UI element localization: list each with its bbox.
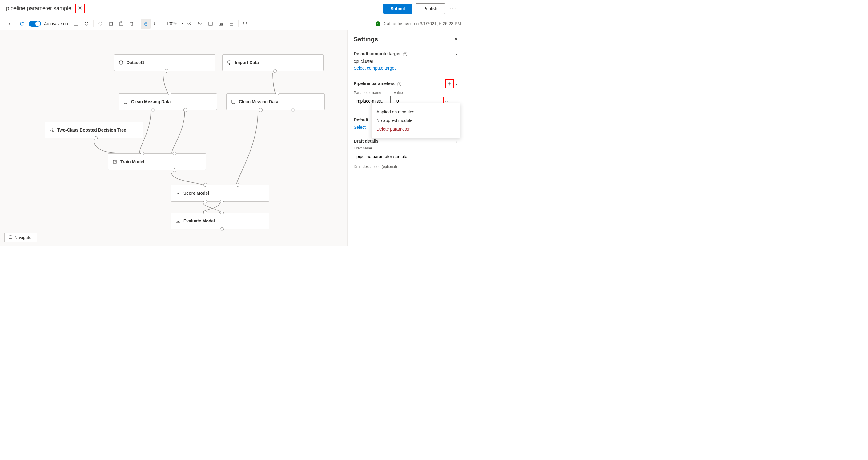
svg-point-17 — [50, 131, 51, 132]
delete-icon[interactable] — [127, 19, 137, 29]
output-port[interactable] — [273, 69, 277, 73]
panel-title: Settings — [354, 36, 378, 43]
svg-point-0 — [80, 7, 81, 9]
node-label: Clean Missing Data — [239, 99, 278, 104]
pipeline-canvas[interactable]: Dataset1 Import Data Clean Missing Data … — [0, 30, 347, 247]
auto-layout-icon[interactable] — [226, 19, 237, 29]
node-evaluate-model[interactable]: Evaluate Model — [171, 212, 269, 229]
output-port[interactable] — [291, 108, 295, 112]
output-port[interactable] — [173, 168, 176, 172]
header-actions: Submit Publish ··· — [383, 3, 458, 14]
input-port[interactable] — [173, 151, 176, 155]
parameters-section: Pipeline parameters ? ⌄ Parameter name — [354, 75, 458, 109]
success-icon — [375, 21, 380, 26]
navigator-label: Navigator — [14, 235, 33, 240]
autosave-toggle[interactable] — [29, 21, 41, 27]
zoom-level[interactable]: 100% — [166, 21, 177, 26]
chevron-down-icon[interactable] — [179, 19, 184, 29]
node-import-data[interactable]: Import Data — [222, 54, 324, 71]
actual-size-icon[interactable]: 1:1 — [216, 19, 226, 29]
import-icon — [227, 60, 232, 65]
chevron-down-icon[interactable]: ⌄ — [455, 52, 458, 56]
search-icon[interactable] — [240, 19, 250, 29]
input-port[interactable] — [204, 183, 207, 187]
compute-header: Default compute target — [354, 51, 400, 56]
database-icon — [119, 60, 123, 65]
compute-value: cpucluster — [354, 59, 458, 64]
autosave-label: Autosave on — [44, 21, 68, 26]
clean-icon — [231, 99, 236, 104]
library-icon[interactable] — [3, 19, 13, 29]
status-text: Draft autosaved on 3/1/2021, 5:26:28 PM — [382, 21, 461, 26]
params-header: Pipeline parameters — [354, 81, 395, 86]
output-port[interactable] — [151, 108, 155, 112]
node-label: Dataset1 — [126, 60, 144, 65]
node-clean-missing-2[interactable]: Clean Missing Data — [226, 93, 325, 110]
node-score-model[interactable]: Score Model — [171, 185, 269, 201]
param-value-label: Value — [394, 91, 440, 95]
input-port[interactable] — [168, 91, 172, 95]
svg-point-11 — [244, 22, 247, 25]
output-port[interactable] — [204, 200, 207, 203]
clean-icon — [123, 99, 128, 104]
autosave-status: Draft autosaved on 3/1/2021, 5:26:28 PM — [375, 21, 461, 26]
svg-rect-8 — [209, 22, 212, 25]
refresh-icon[interactable] — [17, 19, 27, 29]
node-train-model[interactable]: Train Model — [108, 153, 206, 170]
output-port[interactable] — [259, 108, 262, 112]
chevron-down-icon[interactable]: ⌄ — [455, 82, 458, 86]
svg-point-12 — [119, 61, 123, 62]
popup-no-module: No applied module — [376, 116, 455, 125]
svg-text:1:1: 1:1 — [220, 23, 223, 25]
draft-description-input[interactable] — [354, 170, 458, 185]
evaluate-icon — [176, 219, 180, 223]
node-clean-missing-1[interactable]: Clean Missing Data — [119, 93, 217, 110]
zoom-in-icon[interactable] — [185, 19, 194, 29]
output-port[interactable] — [183, 108, 187, 112]
node-decision-tree[interactable]: Two-Class Boosted Decision Tree — [44, 122, 143, 138]
input-port[interactable] — [236, 183, 240, 187]
draft-name-input[interactable] — [354, 151, 458, 162]
publish-button[interactable]: Publish — [415, 3, 445, 14]
more-icon[interactable]: ··· — [448, 5, 458, 12]
save-icon[interactable] — [71, 19, 81, 29]
datastore-header-truncated: Default — [354, 117, 368, 122]
input-port[interactable] — [220, 211, 224, 214]
undo-icon[interactable] — [82, 19, 91, 29]
output-port[interactable] — [94, 137, 98, 140]
main-area: Dataset1 Import Data Clean Missing Data … — [0, 30, 464, 247]
select-compute-link[interactable]: Select compute target — [354, 66, 458, 70]
output-port[interactable] — [220, 200, 224, 203]
pan-icon[interactable] — [141, 19, 151, 29]
separator — [238, 20, 239, 27]
draft-section: Draft details ⌄ Draft name Draft descrip… — [354, 134, 458, 189]
close-icon[interactable]: ✕ — [454, 36, 458, 42]
input-port[interactable] — [204, 211, 207, 214]
draft-desc-label: Draft description (optional) — [354, 165, 458, 169]
submit-button[interactable]: Submit — [383, 4, 412, 13]
select-icon[interactable] — [151, 19, 161, 29]
input-port[interactable] — [141, 151, 144, 155]
add-parameter-button[interactable] — [445, 80, 454, 88]
parameter-popup: Applied on modules: No applied module De… — [371, 103, 461, 138]
redo-icon[interactable] — [95, 19, 105, 29]
output-port[interactable] — [165, 69, 168, 73]
navigator-button[interactable]: Navigator — [4, 233, 37, 242]
fit-screen-icon[interactable] — [206, 19, 215, 29]
separator — [15, 20, 15, 27]
copy-icon[interactable] — [106, 19, 116, 29]
zoom-out-icon[interactable] — [195, 19, 205, 29]
paste-icon[interactable] — [116, 19, 126, 29]
node-dataset1[interactable]: Dataset1 — [114, 54, 215, 71]
gear-icon[interactable] — [77, 5, 83, 12]
tree-icon — [49, 127, 54, 133]
node-label: Two-Class Boosted Decision Tree — [57, 127, 126, 133]
svg-rect-3 — [120, 22, 123, 26]
delete-parameter-button[interactable]: Delete parameter — [376, 125, 455, 134]
info-icon[interactable]: ? — [397, 82, 401, 86]
chevron-down-icon[interactable]: ⌄ — [455, 139, 458, 143]
info-icon[interactable]: ? — [403, 52, 407, 56]
output-port[interactable] — [220, 227, 224, 231]
svg-rect-2 — [110, 23, 112, 26]
input-port[interactable] — [276, 91, 279, 95]
